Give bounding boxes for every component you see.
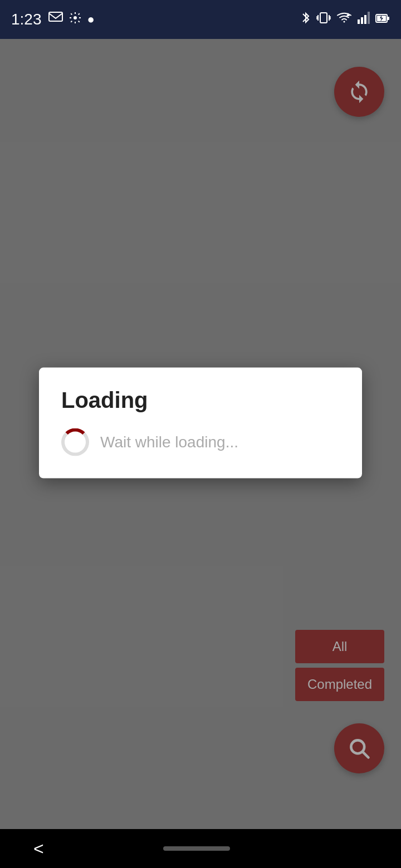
svg-rect-9 bbox=[361, 17, 363, 24]
svg-rect-11 bbox=[368, 12, 370, 24]
svg-rect-0 bbox=[49, 12, 62, 21]
loading-message: Wait while loading... bbox=[100, 433, 238, 451]
home-pill[interactable] bbox=[163, 846, 230, 851]
svg-rect-2 bbox=[320, 13, 327, 23]
status-icons-left: ● bbox=[48, 11, 95, 28]
loading-body: Wait while loading... bbox=[61, 428, 340, 456]
back-button[interactable]: < bbox=[33, 839, 44, 859]
loading-title: Loading bbox=[61, 388, 340, 413]
main-content: All Completed Loading Wait while loading… bbox=[0, 39, 401, 829]
svg-point-1 bbox=[74, 16, 77, 19]
battery-icon bbox=[375, 12, 390, 27]
svg-rect-10 bbox=[364, 15, 366, 24]
status-left: 1:23 ● bbox=[11, 11, 95, 28]
signal-icon bbox=[358, 12, 370, 27]
status-icons-right bbox=[301, 11, 390, 28]
status-bar: 1:23 ● bbox=[0, 0, 401, 39]
svg-rect-14 bbox=[388, 17, 389, 20]
settings-icon bbox=[69, 11, 82, 28]
svg-rect-8 bbox=[358, 19, 360, 24]
dot-icon: ● bbox=[87, 12, 95, 27]
loading-dialog: Loading Wait while loading... bbox=[39, 368, 362, 479]
bottom-nav-bar: < bbox=[0, 829, 401, 868]
bluetooth-icon bbox=[301, 11, 311, 28]
status-time: 1:23 bbox=[11, 11, 42, 28]
loading-spinner bbox=[61, 428, 89, 456]
wifi-icon bbox=[336, 12, 352, 27]
message-icon bbox=[48, 12, 63, 27]
vibrate-icon bbox=[316, 11, 331, 28]
